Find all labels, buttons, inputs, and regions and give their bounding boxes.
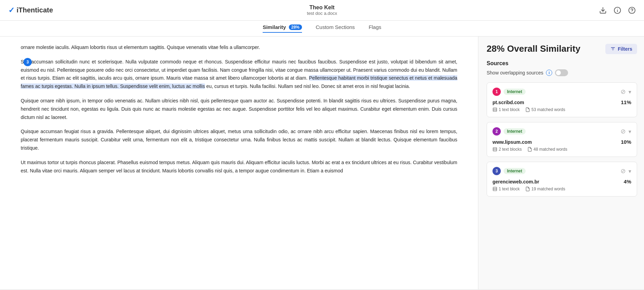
source-2-text-blocks-label: 2 text blocks [499, 147, 522, 152]
help-button[interactable] [628, 7, 636, 14]
source-card-2-header: 2 Internet ⊘ ▾ [492, 127, 631, 136]
source-1-meta: 1 text block 53 matched words [492, 107, 631, 112]
tab-flags-label: Flags [369, 24, 381, 30]
source-3-expand-button[interactable]: ▾ [628, 168, 631, 174]
source-2-percentage: 10% [621, 139, 631, 145]
source-card-3: 3 Internet ⊘ ▾ gerencieweb.com.br 4% 1 t… [487, 162, 637, 197]
right-panel: 28% Overall Similarity Filters Sources S… [478, 37, 644, 289]
source-card-1: 1 Internet ⊘ ▾ pt.scribd.com 11% 1 text … [487, 82, 637, 117]
source-1-matched-words-label: 53 matched words [531, 107, 565, 112]
source-1-type-badge: Internet [504, 89, 526, 95]
overlapping-info-icon[interactable]: i [546, 70, 552, 76]
overlapping-label: Show overlapping sources [487, 70, 543, 76]
sources-section-title: Sources [487, 60, 637, 67]
source-1-url: pt.scribd.com [492, 100, 524, 105]
source-2-number: 2 [492, 127, 501, 136]
header-actions [599, 7, 636, 14]
source-card-1-header: 1 Internet ⊘ ▾ [492, 88, 631, 96]
highlight-blue-1: Pellentesque habitant morbi tristique se… [21, 75, 457, 89]
info-button[interactable] [614, 7, 621, 14]
source-3-text-blocks-label: 1 text block [499, 187, 520, 191]
main-layout: ornare molestie iaculis. Aliquam loborti… [0, 37, 644, 289]
paragraph-4: Quisque accumsan feugiat risus a gravida… [21, 128, 457, 152]
source-1-text-blocks-label: 1 text block [499, 107, 520, 112]
document-content: ornare molestie iaculis. Aliquam loborti… [0, 37, 478, 188]
filters-label: Filters [618, 46, 632, 52]
paragraph-5: Ut maximus tortor ut turpis rhoncus plac… [21, 159, 457, 175]
source-3-percentage: 4% [624, 179, 631, 184]
source-3-number: 3 [492, 167, 501, 175]
tab-similarity-label: Similarity [263, 24, 286, 30]
source-marker-3: 3 [23, 58, 32, 66]
source-3-url: gerencieweb.com.br [492, 179, 539, 184]
source-3-url-row: gerencieweb.com.br 4% [492, 179, 631, 184]
user-name: Theo Kelt [307, 4, 337, 11]
source-1-matched-words: 53 matched words [525, 107, 565, 112]
source-2-url: www.lipsum.com [492, 139, 532, 145]
source-1-percentage: 11% [621, 99, 631, 105]
source-1-expand-button[interactable]: ▾ [628, 89, 631, 95]
source-2-expand-button[interactable]: ▾ [628, 128, 631, 135]
check-icon: ✓ [8, 6, 14, 15]
source-2-matched-words-label: 48 matched words [534, 147, 567, 152]
overlapping-sources-row: Show overlapping sources i [487, 69, 637, 76]
svg-rect-15 [493, 187, 497, 191]
tabs-bar: Similarity 28% Custom Sections Flags [0, 21, 644, 37]
source-1-number: 1 [492, 88, 501, 96]
filters-button[interactable]: Filters [605, 44, 637, 54]
source-3-actions: ⊘ ▾ [621, 167, 631, 175]
overlapping-toggle[interactable] [555, 69, 568, 76]
source-2-url-row: www.lipsum.com 10% [492, 139, 631, 145]
tab-custom-sections-label: Custom Sections [316, 24, 355, 30]
source-1-text-blocks: 1 text block [492, 107, 520, 112]
logo: ✓ iThenticate [8, 6, 53, 15]
source-1-exclude-button[interactable]: ⊘ [621, 88, 626, 96]
source-2-text-blocks: 2 text blocks [492, 147, 522, 152]
source-3-matched-words: 19 matched words [525, 187, 565, 191]
source-3-text-blocks: 1 text block [492, 187, 520, 191]
paragraph-1: ornare molestie iaculis. Aliquam loborti… [21, 43, 457, 52]
document-filename: test doc a.docx [307, 11, 337, 16]
source-2-meta: 2 text blocks 48 matched words [492, 147, 631, 152]
tab-similarity[interactable]: Similarity 28% [263, 24, 302, 33]
source-2-matched-words: 48 matched words [527, 147, 567, 152]
source-3-type-badge: Internet [504, 168, 526, 174]
source-1-url-row: pt.scribd.com 11% [492, 99, 631, 105]
document-info: Theo Kelt test doc a.docx [307, 4, 337, 16]
source-3-meta: 1 text block 19 matched words [492, 187, 631, 191]
header: ✓ iThenticate Theo Kelt test doc a.docx [0, 0, 644, 21]
tab-custom-sections[interactable]: Custom Sections [316, 24, 355, 33]
source-card-3-header: 3 Internet ⊘ ▾ [492, 167, 631, 175]
source-2-type-badge: Internet [504, 128, 526, 134]
source-2-actions: ⊘ ▾ [621, 128, 631, 135]
svg-rect-9 [493, 108, 497, 112]
document-panel[interactable]: ornare molestie iaculis. Aliquam loborti… [0, 37, 478, 289]
paragraph-2: Sed accumsan sollicitudin nunc et sceler… [21, 58, 457, 91]
source-1-actions: ⊘ ▾ [621, 88, 631, 96]
paragraph-3: Quisque ornare nibh ipsum, in tempor odi… [21, 97, 457, 121]
logo-text: iThenticate [17, 6, 53, 14]
source-3-exclude-button[interactable]: ⊘ [621, 167, 626, 175]
tab-similarity-badge: 28% [289, 24, 302, 30]
similarity-title: 28% Overall Similarity [487, 43, 580, 54]
source-2-badge-row: 2 Internet [492, 127, 526, 136]
source-2-exclude-button[interactable]: ⊘ [621, 128, 626, 135]
source-3-badge-row: 3 Internet [492, 167, 526, 175]
source-3-matched-words-label: 19 matched words [531, 187, 565, 191]
source-1-badge-row: 1 Internet [492, 88, 526, 96]
svg-rect-12 [493, 148, 497, 151]
tab-flags[interactable]: Flags [369, 24, 381, 33]
download-button[interactable] [599, 7, 607, 14]
source-card-2: 2 Internet ⊘ ▾ www.lipsum.com 10% 2 text… [487, 122, 637, 157]
paragraph-2-wrapper: 3 Sed accumsan sollicitudin nunc et scel… [21, 58, 457, 91]
similarity-header: 28% Overall Similarity Filters [487, 43, 637, 54]
